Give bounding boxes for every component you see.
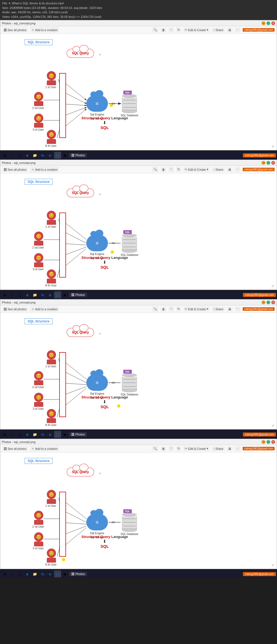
- see-all-photos-btn-3[interactable]: 🖼 See all photos: [2, 307, 28, 312]
- folder-btn-2[interactable]: 📁: [31, 291, 38, 298]
- ie-btn-2[interactable]: e: [47, 291, 54, 298]
- minimize-button-3[interactable]: ─: [262, 300, 265, 304]
- see-all-photos-btn-2[interactable]: 🖼 See all photos: [2, 167, 28, 172]
- photos-taskbar-1[interactable]: 🖼 Photos: [69, 153, 87, 157]
- zoom-btn-4[interactable]: 🔍: [152, 446, 159, 451]
- windows-btn-2[interactable]: ⊞: [1, 291, 8, 298]
- expand-icon-2[interactable]: ⤢: [271, 284, 275, 288]
- expand-icon-4[interactable]: ⤢: [271, 563, 275, 567]
- more-btn-4[interactable]: ⋯: [235, 446, 240, 451]
- taskview-btn-4[interactable]: ❑: [16, 570, 23, 577]
- photos-taskbar-3[interactable]: 🖼 Photos: [69, 432, 87, 437]
- taskview-btn-1[interactable]: ❑: [16, 152, 23, 159]
- maximize-button-3[interactable]: □: [266, 300, 270, 304]
- rotate-btn-1[interactable]: ↻: [176, 27, 181, 32]
- ie-btn-4[interactable]: e: [47, 570, 54, 577]
- taskview-btn-3[interactable]: ❑: [16, 431, 23, 438]
- search-btn-1[interactable]: ○: [9, 152, 16, 159]
- close-button-2[interactable]: ✕: [271, 161, 275, 165]
- terminal-btn-4[interactable]: ▶: [62, 570, 69, 577]
- store-btn-2[interactable]: 🛍: [39, 291, 46, 298]
- heart-btn-2[interactable]: ♡: [169, 167, 174, 172]
- code-btn-4[interactable]: { }: [54, 570, 61, 577]
- minimize-button-4[interactable]: ─: [262, 440, 265, 444]
- heart-btn-3[interactable]: ♡: [169, 306, 174, 312]
- add-to-creation-btn-1[interactable]: ＋ Add to a creation: [30, 27, 59, 33]
- maximize-button-2[interactable]: □: [266, 161, 270, 165]
- print-btn-3[interactable]: 🖶: [227, 307, 233, 312]
- connector-box-4: [59, 492, 66, 557]
- more-btn-2[interactable]: ⋯: [235, 167, 240, 172]
- code-btn-2[interactable]: { }: [54, 291, 61, 298]
- zoom-btn-2[interactable]: 🔍: [152, 167, 159, 172]
- edit-create-btn-4[interactable]: ✂ Edit & Create ▾: [183, 446, 209, 451]
- ie-btn-3[interactable]: e: [47, 431, 54, 438]
- windows-btn-3[interactable]: ⊞: [1, 431, 8, 438]
- yellow-cursor-2: [111, 250, 114, 254]
- terminal-btn-1[interactable]: ▶: [62, 152, 69, 159]
- windows-btn-4[interactable]: ⊞: [1, 570, 8, 577]
- search-btn-4[interactable]: ○: [9, 570, 16, 577]
- add-to-creation-btn-2[interactable]: ＋ Add to a creation: [30, 167, 59, 172]
- more-btn-3[interactable]: ⋯: [235, 306, 240, 312]
- heart-btn-4[interactable]: ♡: [169, 446, 174, 451]
- email-badge-3: csking1981@gmail.com: [243, 307, 275, 311]
- share-btn-3[interactable]: ↑ Share: [212, 307, 225, 312]
- print-btn-2[interactable]: 🖶: [227, 167, 233, 172]
- edit-create-btn-3[interactable]: ✂ Edit & Create ▾: [183, 306, 209, 312]
- rotate-btn-3[interactable]: ↻: [176, 306, 181, 312]
- trash-btn-1[interactable]: 🗑: [161, 28, 166, 32]
- store-btn-3[interactable]: 🛍: [39, 431, 46, 438]
- photos-taskbar-2[interactable]: 🖼 Photos: [69, 293, 87, 297]
- print-btn-4[interactable]: 🖶: [227, 446, 233, 451]
- close-button-3[interactable]: ✕: [271, 300, 275, 304]
- trash-btn-4[interactable]: 🗑: [161, 446, 166, 451]
- code-btn-1[interactable]: { }: [54, 152, 61, 159]
- rotate-btn-4[interactable]: ↻: [176, 446, 181, 451]
- code-btn-3[interactable]: { }: [54, 431, 61, 438]
- minimize-button-2[interactable]: ─: [262, 161, 265, 165]
- see-all-photos-btn-1[interactable]: 🖼 See all photos: [2, 28, 28, 32]
- trash-btn-3[interactable]: 🗑: [161, 307, 166, 312]
- terminal-btn-3[interactable]: ▶: [62, 431, 69, 438]
- more-btn-1[interactable]: ⋯: [235, 27, 240, 32]
- taskview-btn-2[interactable]: ❑: [16, 291, 23, 298]
- folder-btn-4[interactable]: 📁: [31, 570, 38, 577]
- rotate-btn-2[interactable]: ↻: [176, 167, 181, 172]
- ie-btn-1[interactable]: e: [47, 152, 54, 159]
- windows-btn-1[interactable]: ⊞: [1, 152, 8, 159]
- terminal-btn-2[interactable]: ▶: [62, 291, 69, 298]
- maximize-button-1[interactable]: □: [266, 21, 270, 25]
- zoom-btn-3[interactable]: 🔍: [152, 306, 159, 312]
- edge-btn-4[interactable]: e: [24, 570, 31, 577]
- add-to-creation-btn-3[interactable]: ＋ Add to a creation: [30, 306, 59, 312]
- store-btn-4[interactable]: 🛍: [39, 570, 46, 577]
- share-btn-4[interactable]: ↑ Share: [212, 446, 225, 451]
- close-button-4[interactable]: ✕: [271, 440, 275, 444]
- zoom-btn-1[interactable]: 🔍: [152, 27, 159, 32]
- maximize-button-4[interactable]: □: [266, 440, 270, 444]
- see-all-photos-btn-4[interactable]: 🖼 See all photos: [2, 446, 28, 451]
- photos-taskbar-4[interactable]: 🖼 Photos: [69, 572, 87, 576]
- folder-btn-1[interactable]: 📁: [31, 152, 38, 159]
- trash-btn-2[interactable]: 🗑: [161, 167, 166, 172]
- heart-btn-1[interactable]: ♡: [169, 27, 174, 32]
- minimize-button-1[interactable]: ─: [262, 21, 265, 25]
- edge-btn-2[interactable]: e: [24, 291, 31, 298]
- expand-icon-3[interactable]: ⤢: [271, 423, 275, 428]
- share-btn-2[interactable]: ↑ Share: [212, 167, 225, 172]
- edit-create-btn-1[interactable]: ✂ Edit & Create ▾: [183, 27, 209, 32]
- search-btn-3[interactable]: ○: [9, 431, 16, 438]
- edge-btn-3[interactable]: e: [24, 431, 31, 438]
- close-button-1[interactable]: ✕: [271, 21, 275, 25]
- print-btn-1[interactable]: 🖶: [227, 28, 233, 32]
- store-btn-1[interactable]: 🛍: [39, 152, 46, 159]
- add-to-creation-btn-4[interactable]: ＋ Add to a creation: [30, 446, 59, 451]
- expand-icon-1[interactable]: ⤢: [271, 144, 275, 148]
- user-1st-2: 😊 1 st User: [44, 211, 58, 228]
- folder-btn-3[interactable]: 📁: [31, 431, 38, 438]
- search-btn-2[interactable]: ○: [9, 291, 16, 298]
- share-btn-1[interactable]: ↑ Share: [212, 28, 225, 32]
- edit-create-btn-2[interactable]: ✂ Edit & Create ▾: [183, 167, 209, 172]
- edge-btn-1[interactable]: e: [24, 152, 31, 159]
